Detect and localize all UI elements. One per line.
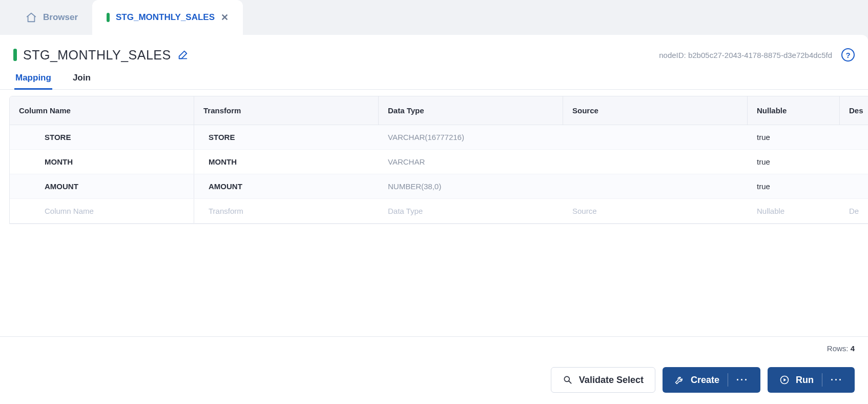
cell-transform[interactable]: MONTH [194, 150, 379, 174]
play-icon [779, 375, 790, 385]
grid-header: Column Name Transform Data Type Source N… [10, 96, 868, 125]
tab-browser[interactable]: Browser [11, 0, 92, 35]
validate-select-label: Validate Select [579, 375, 644, 386]
cell-description[interactable] [840, 125, 868, 149]
title-row: STG_MONTHLY_SALES nodeID: b2b05c27-2043-… [0, 35, 868, 67]
tabs-row: Browser STG_MONTHLY_SALES ✕ [0, 0, 868, 35]
tab-marker-icon [107, 13, 110, 22]
node-id: nodeID: b2b05c27-2043-4178-8875-d3e72b4d… [659, 51, 832, 59]
cell-type[interactable]: VARCHAR(16777216) [379, 125, 563, 149]
create-button[interactable]: Create ··· [663, 367, 760, 393]
title-marker-icon [13, 49, 17, 61]
subtabs: Mapping Join [0, 67, 868, 90]
rows-count: 4 [851, 344, 855, 353]
tab-mapping[interactable]: Mapping [15, 73, 51, 89]
tab-browser-label: Browser [43, 12, 78, 23]
cell-name[interactable]: AMOUNT [10, 174, 194, 198]
node-id-value: b2b05c27-2043-4178-8875-d3e72b4dc5fd [688, 51, 832, 59]
col-header-description[interactable]: Des [840, 96, 868, 125]
svg-line-1 [569, 381, 571, 383]
cell-type[interactable]: VARCHAR [379, 150, 563, 174]
col-header-nullable[interactable]: Nullable [748, 96, 840, 125]
cell-name-placeholder[interactable]: Column Name [10, 199, 194, 223]
wrench-icon [674, 375, 685, 385]
button-separator [822, 373, 822, 387]
tab-active[interactable]: STG_MONTHLY_SALES ✕ [92, 0, 243, 35]
run-label: Run [796, 375, 814, 386]
cell-name[interactable]: MONTH [10, 150, 194, 174]
cell-transform[interactable]: STORE [194, 125, 379, 149]
table-row[interactable]: MONTH MONTH VARCHAR true [10, 150, 868, 174]
more-icon[interactable]: ··· [736, 375, 749, 385]
cell-name[interactable]: STORE [10, 125, 194, 149]
table-row[interactable]: AMOUNT AMOUNT NUMBER(38,0) true [10, 174, 868, 199]
col-header-source[interactable]: Source [563, 96, 748, 125]
cell-source[interactable] [563, 150, 748, 174]
table-row-new[interactable]: Column Name Transform Data Type Source N… [10, 199, 868, 224]
more-icon[interactable]: ··· [831, 375, 843, 385]
svg-marker-3 [783, 378, 786, 382]
cell-source-placeholder[interactable]: Source [563, 199, 748, 223]
home-icon [26, 12, 37, 23]
cell-description[interactable] [840, 150, 868, 174]
cell-type[interactable]: NUMBER(38,0) [379, 174, 563, 198]
title-right: nodeID: b2b05c27-2043-4178-8875-d3e72b4d… [659, 48, 855, 62]
validate-select-button[interactable]: Validate Select [551, 367, 655, 393]
button-separator [728, 373, 728, 387]
cell-nullable[interactable]: true [748, 174, 840, 198]
cell-nullable-placeholder[interactable]: Nullable [748, 199, 840, 223]
tab-active-label: STG_MONTHLY_SALES [116, 12, 215, 23]
title-left: STG_MONTHLY_SALES [13, 48, 189, 63]
cell-source[interactable] [563, 174, 748, 198]
grid-wrap: Column Name Transform Data Type Source N… [0, 90, 868, 336]
page-body: STG_MONTHLY_SALES nodeID: b2b05c27-2043-… [0, 35, 868, 404]
page-title: STG_MONTHLY_SALES [23, 48, 171, 63]
table-row[interactable]: STORE STORE VARCHAR(16777216) true [10, 125, 868, 150]
run-button[interactable]: Run ··· [768, 367, 855, 393]
cell-transform-placeholder[interactable]: Transform [194, 199, 379, 223]
app-root: Browser STG_MONTHLY_SALES ✕ STG_MONTHLY_… [0, 0, 868, 404]
cell-description-placeholder[interactable]: De [840, 199, 868, 223]
search-icon [563, 375, 573, 385]
help-icon[interactable]: ? [841, 48, 855, 62]
close-icon[interactable]: ✕ [221, 13, 229, 22]
cell-type-placeholder[interactable]: Data Type [379, 199, 563, 223]
mapping-grid: Column Name Transform Data Type Source N… [9, 96, 868, 224]
rows-status: Rows: 4 [0, 336, 868, 360]
cell-nullable[interactable]: true [748, 125, 840, 149]
actions-bar: Validate Select Create ··· Run ··· [0, 360, 868, 404]
grid-spacer [9, 224, 868, 336]
col-header-transform[interactable]: Transform [194, 96, 379, 125]
node-id-label: nodeID: [659, 51, 686, 59]
col-header-name[interactable]: Column Name [10, 96, 194, 125]
cell-transform[interactable]: AMOUNT [194, 174, 379, 198]
cell-description[interactable] [840, 174, 868, 198]
cell-nullable[interactable]: true [748, 150, 840, 174]
edit-icon[interactable] [177, 49, 189, 60]
col-header-type[interactable]: Data Type [379, 96, 563, 125]
cell-source[interactable] [563, 125, 748, 149]
tab-join[interactable]: Join [73, 73, 91, 89]
rows-label: Rows: [827, 344, 849, 353]
create-label: Create [691, 375, 719, 386]
